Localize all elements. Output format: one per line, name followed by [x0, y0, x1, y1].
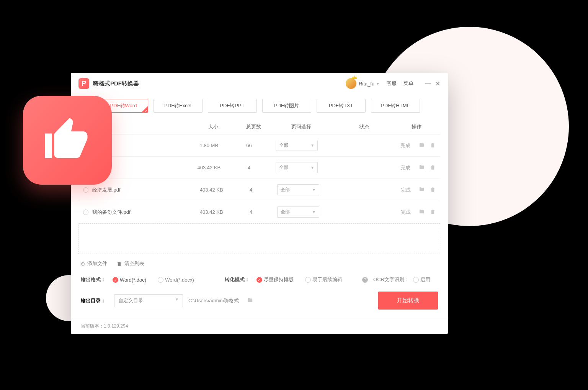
chevron-down-icon: ▼	[175, 297, 179, 304]
page-count: 4	[234, 187, 268, 193]
output-dir-select[interactable]: 自定义目录 ▼	[114, 294, 183, 307]
trash-icon	[116, 261, 122, 267]
clear-list-button[interactable]: 清空列表	[116, 260, 144, 267]
output-dir-label: 输出目录：	[81, 297, 106, 304]
tab-4[interactable]: PDF转TXT	[317, 99, 366, 113]
status-text: 完成	[392, 209, 419, 216]
file-size: 403.42 KB	[189, 209, 234, 215]
convert-mode-label: 转化模式：	[225, 276, 250, 283]
minimize-button[interactable]: —	[425, 80, 430, 87]
tab-5[interactable]: PDF转HTML	[371, 99, 420, 113]
add-file-button[interactable]: ⊕ 添加文件	[81, 260, 107, 267]
help-icon[interactable]: ?	[362, 277, 368, 283]
app-title: 嗨格式PDF转换器	[93, 80, 139, 87]
page-range-select[interactable]: 全部▼	[277, 206, 319, 218]
table-row[interactable]: 经济发展.pdf403.42 KB4全部▼完成	[78, 179, 440, 201]
thumbs-up-icon	[41, 113, 94, 167]
chevron-down-icon: ▼	[310, 166, 314, 170]
file-size: 403.42 KB	[186, 165, 232, 170]
table-row[interactable]: 辑的文档.pdf1.80 MB66全部▼完成	[78, 134, 440, 157]
open-folder-icon[interactable]	[419, 142, 425, 149]
ocr-enable-option[interactable]: 启用	[413, 276, 430, 283]
tab-2[interactable]: PDF转PPT	[208, 99, 257, 113]
chevron-down-icon: ▼	[310, 143, 314, 147]
thumbs-up-card	[23, 96, 112, 185]
output-format-label: 输出格式：	[81, 276, 106, 283]
status-text: 完成	[392, 142, 419, 149]
format-docx-option[interactable]: Word(*.docx)	[158, 277, 194, 283]
support-link[interactable]: 客服	[387, 80, 397, 87]
page-range-select[interactable]: 全部▼	[276, 140, 318, 151]
user-avatar[interactable]	[346, 78, 356, 89]
username[interactable]: Rita_fu	[359, 81, 374, 87]
page-count: 66	[232, 143, 266, 148]
file-name: 经济发展.pdf	[92, 187, 189, 193]
file-size: 403.42 KB	[189, 187, 234, 193]
format-doc-option[interactable]: Word(*.doc)	[113, 277, 146, 283]
conversion-tabs: PDF转WordPDF转ExcelPDF转PPTPDF转图片PDF转TXTPDF…	[71, 94, 448, 120]
status-bar: 当前版本：1.0.129.294	[71, 318, 448, 334]
plus-circle-icon: ⊕	[81, 261, 85, 267]
mode-layout-option[interactable]: 尽量保持排版	[256, 276, 294, 283]
col-pages: 总页数	[236, 123, 271, 130]
file-name: 我的备份文件.pdf	[92, 209, 189, 216]
menu-link[interactable]: 菜单	[403, 80, 413, 87]
row-radio[interactable]	[83, 210, 88, 215]
col-op: 操作	[397, 123, 436, 130]
col-status: 状态	[332, 123, 397, 130]
delete-icon[interactable]	[430, 164, 436, 171]
titlebar: P 嗨格式PDF转换器 Rita_fu ▼ 客服 菜单 — ✕	[71, 73, 448, 94]
row-radio[interactable]	[83, 187, 88, 193]
page-range-select[interactable]: 全部▼	[276, 162, 318, 173]
app-logo-icon: P	[78, 78, 89, 89]
app-window: P 嗨格式PDF转换器 Rita_fu ▼ 客服 菜单 — ✕ PDF转Word…	[71, 73, 448, 334]
col-size: 大小	[190, 123, 236, 130]
open-folder-icon[interactable]	[419, 209, 425, 216]
start-convert-button[interactable]: 开始转换	[378, 292, 438, 310]
table-header: 文件名称 大小 总页数 页码选择 状态 操作	[78, 120, 440, 134]
open-folder-icon[interactable]	[419, 187, 425, 193]
close-button[interactable]: ✕	[435, 80, 440, 87]
col-range: 页码选择	[271, 123, 332, 130]
output-path: C:\Users\admin\嗨格式	[188, 297, 239, 304]
chevron-down-icon: ▼	[312, 210, 316, 214]
delete-icon[interactable]	[430, 187, 436, 193]
page-count: 4	[232, 165, 266, 170]
page-range-select[interactable]: 全部▼	[277, 184, 319, 195]
delete-icon[interactable]	[430, 209, 436, 216]
mode-edit-option[interactable]: 易于后续编辑	[305, 276, 342, 283]
tab-1[interactable]: PDF转Excel	[154, 99, 203, 113]
status-text: 完成	[392, 187, 419, 193]
status-text: 完成	[392, 164, 419, 171]
tab-3[interactable]: PDF转图片	[262, 99, 311, 113]
ocr-label: OCR文字识别：	[373, 276, 409, 283]
drop-zone[interactable]	[78, 223, 440, 254]
folder-icon[interactable]	[247, 297, 253, 304]
open-folder-icon[interactable]	[419, 164, 425, 171]
chevron-down-icon: ▼	[312, 188, 316, 192]
page-count: 4	[234, 209, 268, 215]
table-row[interactable]: 文.pdf403.42 KB4全部▼完成	[78, 157, 440, 179]
table-row[interactable]: 我的备份文件.pdf403.42 KB4全部▼完成	[78, 201, 440, 223]
chevron-down-icon[interactable]: ▼	[376, 82, 380, 86]
delete-icon[interactable]	[430, 142, 436, 149]
file-size: 1.80 MB	[186, 143, 232, 148]
